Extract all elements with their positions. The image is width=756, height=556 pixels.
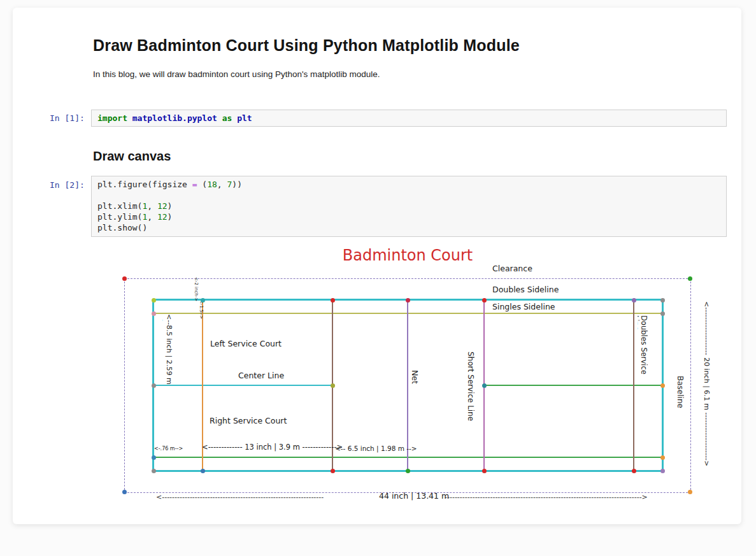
right-service-court-label: Right Service Court: [210, 417, 287, 425]
code-token: =: [192, 180, 197, 189]
marker-dot: [122, 490, 127, 494]
marker-dot: [331, 383, 335, 388]
code-token: 12: [157, 212, 168, 222]
code-token: [232, 113, 237, 123]
code-token: matplotlib.pyplot: [132, 113, 217, 123]
marker-dot: [482, 298, 487, 303]
marker-dot: [632, 298, 636, 303]
code-line: plt.xlim(1, 12): [97, 201, 720, 211]
net-label: Net: [409, 370, 419, 390]
marker-dot: [122, 276, 127, 281]
center-line-right: [484, 385, 662, 386]
code-line: import matplotlib.pyplot as plt: [97, 113, 720, 124]
code-line: [97, 190, 720, 201]
section-heading: Draw canvas: [93, 149, 171, 164]
dim-2inch-label: <-2 inch->: [189, 277, 199, 303]
clearance-label: Clearance: [492, 264, 532, 273]
marker-dot: [660, 298, 665, 303]
code-token: (: [197, 180, 208, 189]
dim-44inch-arrow-right: ----------------------------------------…: [445, 494, 667, 502]
figure-title: Badminton Court: [343, 246, 473, 264]
code-token: 12: [157, 201, 168, 211]
marker-dot: [688, 490, 692, 494]
code-token: plt.show(): [97, 223, 147, 232]
marker-dot: [201, 298, 205, 303]
left-service-court-label: Left Service Court: [210, 339, 282, 348]
marker-dot: [152, 311, 156, 316]
marker-dot: [482, 469, 487, 473]
marker-dot: [660, 383, 665, 388]
matplotlib-figure: Badminton Court ClearanceDoubles Sidelin…: [105, 245, 737, 520]
marker-dot: [152, 469, 156, 473]
code-token: plt.xlim(: [97, 201, 142, 211]
dim-20inch-label: <------------------- 20 inch | 6.1 m ---…: [700, 301, 710, 472]
code-token: import: [97, 113, 127, 123]
code-token: [217, 113, 222, 123]
doubles-sideline-label: Doubles Sideline: [492, 285, 559, 294]
code-line: plt.ylim(1, 12): [97, 211, 720, 222]
code-token: plt.figure(figsize: [97, 180, 192, 189]
notebook-card: Draw Badminton Court Using Python Matplo…: [13, 8, 741, 524]
doubles-service-line: [633, 299, 634, 471]
marker-dot: [201, 469, 205, 473]
code-token: ): [168, 201, 173, 211]
marker-dot: [331, 469, 335, 473]
code-token: ,: [147, 201, 157, 211]
marker-dot: [406, 469, 410, 473]
dim-15inch-label: <-1.5i->: [194, 300, 204, 322]
page-title: Draw Badminton Court Using Python Matplo…: [93, 36, 520, 55]
code-cell-1[interactable]: import matplotlib.pyplot as plt: [91, 110, 727, 127]
marker-dot: [632, 469, 636, 473]
dim-44inch-arrow-left: <---------------------------------------…: [156, 494, 341, 502]
dim-44inch-label: 44 inch | 13.41 m: [379, 492, 449, 501]
doubles-service-line-label: Doubles Service Line: [638, 315, 648, 388]
code-token: as: [222, 113, 232, 123]
dim-85inch-label: <--8.5 inch | 2.59 m -->: [162, 314, 173, 389]
intro-text: In this blog, we will draw badminton cou…: [93, 69, 380, 79]
marker-dot: [331, 298, 335, 303]
code-cell-2[interactable]: plt.figure(figsize = (18, 7)) plt.xlim(1…: [91, 176, 727, 237]
dim-076m-label: <-.76 m-->: [154, 446, 183, 452]
marker-dot: [660, 469, 665, 473]
short-service-line-label: Short Service Line: [464, 352, 474, 423]
code-line: plt.figure(figsize = (18, 7)): [97, 179, 720, 190]
dim-13inch-label: <------------- 13 inch | 3.9 m ---------…: [202, 443, 343, 452]
marker-dot: [152, 455, 156, 460]
marker-dot: [660, 311, 665, 316]
code-token: plt.ylim(: [97, 212, 142, 222]
input-prompt-1: In [1]:: [50, 113, 85, 123]
code-token: 18: [207, 180, 217, 189]
code-token: ): [168, 212, 173, 222]
marker-dot: [152, 383, 156, 388]
code-line: plt.show(): [97, 222, 720, 233]
center-line-label: Center Line: [238, 371, 284, 380]
code-token: ,: [147, 212, 157, 222]
marker-dot: [660, 455, 665, 460]
marker-dot: [406, 298, 410, 303]
code-token: )): [232, 180, 242, 189]
marker-dot: [482, 383, 487, 388]
marker-dot: [688, 276, 692, 281]
marker-dot: [152, 298, 156, 303]
singles-sideline-label: Singles Sideline: [492, 303, 555, 311]
code-token: [127, 113, 132, 123]
baseline-label: Baseline: [674, 376, 684, 411]
dim-65inch-label: <-- 6.5 inch | 1.98 m -->: [335, 445, 417, 452]
code-token: plt: [237, 113, 252, 123]
center-line-left: [153, 385, 332, 386]
code-token: ,: [217, 180, 227, 189]
input-prompt-2: In [2]:: [50, 180, 85, 190]
